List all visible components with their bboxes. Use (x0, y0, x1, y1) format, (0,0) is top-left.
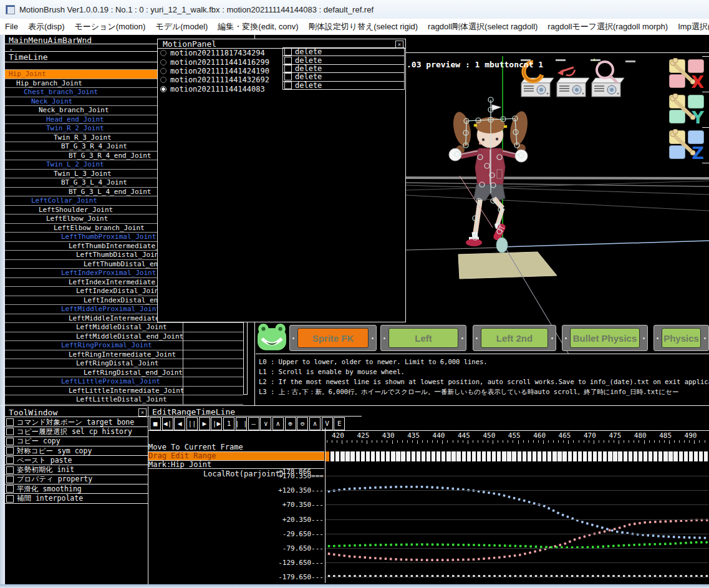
tool-command-item[interactable]: コマンド対象ボーン target bone (5, 418, 148, 427)
keyframe-block[interactable] (427, 451, 430, 461)
toolbar-letter-v-button[interactable]: V (322, 417, 333, 430)
delete-checkbox[interactable] (284, 82, 292, 89)
toolbar-range-button[interactable]: | | (236, 417, 247, 430)
character-model[interactable] (449, 97, 531, 253)
keyframe-block[interactable] (441, 451, 445, 461)
toolbar-to-end-button[interactable]: |▶ (211, 417, 222, 430)
toolbar-stop-button[interactable]: ■ (150, 417, 161, 430)
joint-row[interactable]: LeftLittleIntermediate_Joint (5, 387, 243, 396)
keyframe-block[interactable] (345, 451, 349, 461)
joint-row[interactable]: LeftRingDistal_end_Joint (5, 369, 243, 378)
keyframe-block[interactable] (356, 451, 360, 461)
log-panel[interactable]: L0 : Upper to lower, older to newer. Lim… (259, 357, 708, 397)
keyframe-block[interactable] (371, 451, 375, 461)
toolbar-to-start-button[interactable]: ◀| (162, 417, 173, 430)
toolbar-letter-e-button[interactable]: E (334, 417, 345, 430)
toolbar-caret-up-button[interactable]: ∧ (309, 417, 321, 430)
joint-row[interactable]: LeftLittleProximal_Joint (5, 377, 243, 387)
keyframe-block[interactable] (668, 451, 672, 461)
keyframe-block[interactable] (562, 451, 566, 461)
joint-row[interactable]: LeftLittleDistal_Joint (5, 395, 243, 405)
keyframe-block[interactable] (557, 451, 561, 461)
axis-y-button[interactable]: Y (668, 94, 705, 125)
toolbar-arrow-down-button[interactable]: ∨ (260, 417, 271, 430)
keyframe-block[interactable] (492, 451, 496, 461)
menu-item[interactable]: ragdollモーフ選択(ragdoll morph) (543, 21, 673, 32)
toolbar-zoom-in-button[interactable]: ⊕ (285, 417, 296, 430)
keyframe-block[interactable] (613, 451, 617, 461)
rotation-curve-plot[interactable] (326, 471, 708, 583)
keyframe-block[interactable] (644, 451, 647, 461)
keyframe-block[interactable] (472, 451, 476, 461)
motion-item[interactable]: motion2021111441416299 (158, 57, 282, 66)
keyframe-block[interactable] (482, 451, 486, 461)
joint-row[interactable]: LeftRingProximal_Joint (5, 341, 243, 350)
keyframe-block[interactable] (326, 451, 329, 461)
keyframe-block[interactable] (624, 451, 627, 461)
keyframe-block[interactable] (507, 451, 511, 461)
tool-checkbox[interactable] (6, 476, 14, 483)
sprite-fk-button[interactable]: Sprite FK (297, 328, 369, 348)
tool-checkbox[interactable] (6, 428, 14, 435)
radio-button[interactable] (160, 86, 166, 92)
title-bar[interactable]: MotionBrush Ver1.0.0.19 : No.1 : 0 : yur… (0, 0, 709, 19)
keyframe-block[interactable] (573, 451, 577, 461)
radio-button[interactable] (160, 77, 166, 83)
keyframe-block[interactable] (518, 451, 521, 461)
axis-z-button[interactable]: Z (668, 129, 705, 160)
keyframe-block[interactable] (512, 451, 516, 461)
keyframe-block[interactable] (704, 451, 708, 461)
bullet-physics-button[interactable]: Bullet Physics (570, 328, 640, 348)
keyframe-block[interactable] (497, 451, 501, 461)
menu-item[interactable]: File (0, 22, 23, 31)
tool-checkbox[interactable] (6, 456, 14, 464)
tool-checkbox[interactable] (6, 466, 14, 474)
tool-command-item[interactable]: 補間 interpolate (5, 494, 148, 503)
keyframe-block[interactable] (593, 451, 597, 461)
keyframe-block[interactable] (658, 451, 662, 461)
keyframe-block[interactable] (583, 451, 587, 461)
keyframe-block[interactable] (568, 451, 572, 461)
delete-checkbox[interactable] (284, 48, 292, 55)
motion-panel-window[interactable]: MotionPanel ✕ motion202111817434294motio… (157, 39, 406, 322)
undo-projector-icon[interactable] (557, 78, 589, 97)
delete-checkbox[interactable] (284, 65, 292, 72)
keyframe-block[interactable] (603, 451, 607, 461)
keyframe-block[interactable] (391, 451, 395, 461)
zoom-projector-icon[interactable] (592, 78, 624, 97)
keyframe-block[interactable] (679, 451, 683, 461)
menu-item[interactable]: 表示(disp) (23, 21, 70, 32)
keyframe-block[interactable] (456, 451, 460, 461)
menu-item[interactable]: 編集・変換(edit, conv) (213, 21, 303, 32)
keyframe-block[interactable] (436, 451, 440, 461)
keyframe-block[interactable] (432, 451, 435, 461)
keyframe-block[interactable] (528, 451, 531, 461)
tool-checkbox[interactable] (6, 438, 14, 445)
keyframe-block-row[interactable] (326, 451, 708, 461)
keyframe-block[interactable] (533, 451, 536, 461)
motion-item[interactable]: motion2021111441432692 (158, 75, 282, 84)
keyframe-block[interactable] (350, 451, 354, 461)
keyframe-block[interactable] (407, 451, 410, 461)
tool-command-item[interactable]: 平滑化 smoothing (5, 484, 148, 494)
radio-button[interactable] (160, 68, 166, 74)
toolbar-play-button[interactable]: ▶ (199, 417, 210, 430)
tool-command-item[interactable]: 姿勢初期化 init (5, 465, 148, 475)
joint-row[interactable]: LeftRingDistal_Joint (5, 359, 243, 369)
joint-row[interactable]: LeftMiddleDistal_Joint (5, 323, 243, 332)
tool-command-item[interactable]: プロパティ property (5, 475, 148, 484)
joint-row[interactable]: LeftRingIntermediate_Joint (5, 350, 243, 360)
keyframe-block[interactable] (330, 451, 334, 461)
tool-checkbox[interactable] (6, 495, 14, 503)
keyframe-block[interactable] (699, 451, 703, 461)
tool-command-item[interactable]: コピー copy (5, 437, 148, 446)
tool-checkbox[interactable] (6, 447, 14, 455)
keyframe-block[interactable] (376, 451, 380, 461)
keyframe-block[interactable] (340, 451, 344, 461)
motion-item[interactable]: motion202111817434294 (158, 49, 282, 57)
menu-item[interactable]: Imp選択(impulse) (673, 21, 709, 32)
toolbar-pause-button[interactable]: || (186, 417, 198, 430)
keyframe-block[interactable] (467, 451, 471, 461)
tool-command-item[interactable]: 対称コピー sym copy (5, 446, 148, 456)
left-2nd-button[interactable]: Left 2nd (481, 328, 548, 348)
